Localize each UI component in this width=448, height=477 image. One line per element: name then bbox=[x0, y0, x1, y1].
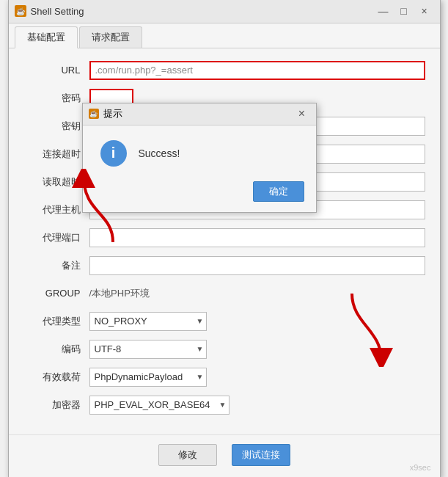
encoding-row: 编码 UTF-8 GBK GB2312 ▼ bbox=[23, 339, 425, 360]
proxy-type-wrap: NO_PROXY HTTP SOCKS5 ▼ bbox=[89, 312, 207, 331]
proxy-type-label: 代理类型 bbox=[23, 315, 89, 328]
bottom-bar: 修改 测试连接 bbox=[9, 434, 440, 478]
dialog-title-text: 提示 bbox=[103, 107, 290, 120]
info-icon: i bbox=[100, 140, 127, 167]
connect-timeout-label: 连接超时 bbox=[23, 148, 89, 161]
tab-bar: 基础配置 请求配置 bbox=[9, 23, 440, 48]
encoding-label: 编码 bbox=[23, 343, 89, 356]
title-bar: ☕ Shell Setting — □ × bbox=[9, 0, 440, 23]
close-button[interactable]: × bbox=[415, 3, 434, 19]
watermark: x9sec bbox=[410, 463, 431, 472]
group-row: GROUP /本地PHP环境 bbox=[23, 283, 425, 304]
proxy-type-select[interactable]: NO_PROXY HTTP SOCKS5 bbox=[89, 312, 207, 331]
proxy-type-row: 代理类型 NO_PROXY HTTP SOCKS5 ▼ bbox=[23, 311, 425, 332]
window-title: Shell Setting bbox=[31, 6, 370, 17]
encoder-select[interactable]: PHP_EVAL_XOR_BASE64 PHP_XOR_BASE64 PHP_B… bbox=[89, 396, 229, 415]
encoding-select[interactable]: UTF-8 GBK GB2312 bbox=[89, 340, 207, 359]
dialog-close-button[interactable]: × bbox=[294, 106, 310, 122]
proxy-port-input[interactable] bbox=[89, 228, 425, 247]
proxy-host-label: 代理主机 bbox=[23, 203, 89, 216]
url-label: URL bbox=[23, 65, 89, 76]
dialog-app-icon: ☕ bbox=[89, 109, 99, 119]
pwd-label: 密码 bbox=[23, 92, 89, 105]
main-window: ☕ Shell Setting — □ × 基础配置 请求配置 URL 密码 密… bbox=[8, 0, 441, 477]
encoder-label: 加密器 bbox=[23, 398, 89, 412]
group-label: GROUP bbox=[23, 288, 89, 299]
modify-button[interactable]: 修改 bbox=[158, 444, 217, 466]
proxy-port-label: 代理端口 bbox=[23, 231, 89, 244]
url-row: URL bbox=[23, 60, 425, 81]
encoder-wrap: PHP_EVAL_XOR_BASE64 PHP_XOR_BASE64 PHP_B… bbox=[89, 396, 229, 415]
payload-row: 有效载荷 PhpDynamicPayload PhpStaticPayload … bbox=[23, 367, 425, 387]
payload-label: 有效载荷 bbox=[23, 371, 89, 384]
dialog-footer: 确定 bbox=[83, 181, 316, 212]
dialog-title-bar: ☕ 提示 × bbox=[83, 103, 316, 125]
encoding-wrap: UTF-8 GBK GB2312 ▼ bbox=[89, 340, 207, 359]
test-connection-button[interactable]: 测试连接 bbox=[232, 444, 290, 466]
minimize-button[interactable]: — bbox=[374, 3, 393, 19]
payload-wrap: PhpDynamicPayload PhpStaticPayload ▼ bbox=[89, 368, 207, 387]
dialog-confirm-button[interactable]: 确定 bbox=[253, 181, 304, 202]
tab-request-config[interactable]: 请求配置 bbox=[79, 26, 142, 48]
dialog-message: Success! bbox=[139, 148, 180, 159]
payload-select[interactable]: PhpDynamicPayload PhpStaticPayload bbox=[89, 368, 207, 387]
dialog: ☕ 提示 × i Success! 确定 bbox=[82, 103, 317, 213]
encoder-row: 加密器 PHP_EVAL_XOR_BASE64 PHP_XOR_BASE64 P… bbox=[23, 395, 425, 415]
app-icon: ☕ bbox=[15, 5, 26, 17]
note-input[interactable] bbox=[89, 256, 425, 275]
maximize-button[interactable]: □ bbox=[394, 3, 414, 19]
key-label: 密钥 bbox=[23, 120, 89, 133]
note-label: 备注 bbox=[23, 259, 89, 272]
group-value: /本地PHP环境 bbox=[89, 287, 150, 300]
window-controls: — □ × bbox=[374, 3, 434, 19]
read-timeout-label: 读取超时 bbox=[23, 175, 89, 189]
note-row: 备注 bbox=[23, 255, 425, 276]
tab-basic-config[interactable]: 基础配置 bbox=[15, 26, 78, 48]
proxy-port-row: 代理端口 bbox=[23, 227, 425, 248]
url-input[interactable] bbox=[89, 61, 425, 80]
dialog-body: i Success! bbox=[83, 125, 316, 181]
